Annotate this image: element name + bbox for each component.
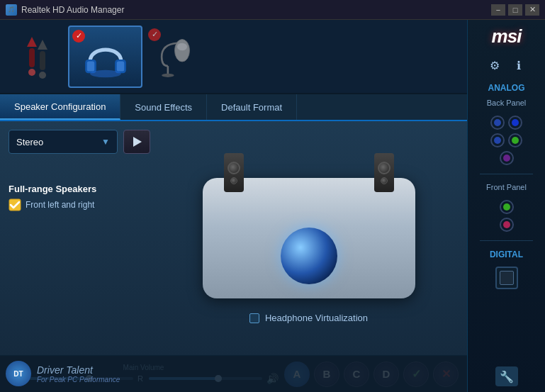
cable-body-black [40, 51, 45, 70]
info-icon[interactable]: ℹ [510, 56, 528, 74]
btn-check[interactable]: ✓ [403, 362, 429, 387]
btn-a[interactable]: A [284, 362, 310, 387]
front-left-right-label: Front left and right [26, 200, 94, 210]
rca-device-item[interactable] [9, 26, 65, 88]
front-panel-label: Front Panel [473, 183, 539, 191]
settings-icon[interactable]: ⚙ [485, 56, 504, 74]
tab-speaker-configuration[interactable]: Speaker Configuration [0, 94, 120, 120]
jack-front-inner-1 [503, 203, 510, 211]
play-icon [133, 137, 142, 147]
speaker-stage [203, 178, 415, 298]
content-area: Stereo ▼ Full-range Speakers Front [0, 121, 467, 355]
headphone-virt-label: Headphone Virtualization [265, 313, 368, 323]
speaker-cone-left [227, 162, 240, 174]
back-panel-jacks [473, 116, 539, 165]
tab-sound-effects[interactable]: Sound Effects [120, 94, 207, 120]
speaker-cone-sm-left [230, 177, 237, 184]
jack-front-2[interactable] [500, 218, 514, 232]
check-badge: ✓ [72, 30, 85, 43]
speaker-volume-icon: 🔊 [266, 373, 279, 384]
btn-d[interactable]: D [373, 362, 399, 387]
jack-inner-2b [512, 137, 519, 144]
rca-icon [28, 34, 47, 79]
sidebar-divider-1 [480, 174, 532, 174]
plug-black [39, 72, 46, 79]
svg-point-8 [162, 73, 174, 77]
volume-fill-l [20, 377, 88, 380]
arrow-black [38, 40, 47, 50]
jack-item-2[interactable] [490, 133, 522, 147]
r-label: R [137, 374, 145, 383]
title-bar-controls[interactable]: − □ ✕ [491, 4, 539, 16]
speaker-cone-right [378, 162, 391, 174]
volume-thumb-l [86, 375, 93, 382]
main-wrapper: ✓ ✓ [0, 20, 545, 392]
right-sidebar: msi ⚙ ℹ ANALOG Back Panel [467, 20, 545, 392]
digital-title: DIGITAL [473, 250, 539, 259]
jack-circle-2 [490, 133, 505, 147]
svg-point-6 [177, 43, 187, 50]
device-icons-row: ✓ ✓ [0, 20, 467, 94]
bottom-bar: Main Volume L R 🔊 A B [0, 355, 467, 392]
tabs-row: Speaker Configuration Sound Effects Defa… [0, 94, 467, 121]
btn-b[interactable]: B [314, 362, 339, 387]
headphone-virtualization-row[interactable]: Headphone Virtualization [249, 313, 368, 323]
back-panel-label: Back Panel [473, 99, 539, 107]
svg-rect-3 [116, 61, 124, 71]
volume-fill-r [149, 377, 217, 380]
window-title: Realtek HD Audio Manager [21, 5, 124, 15]
svg-point-4 [90, 69, 121, 77]
jack-circle-1b [508, 116, 522, 130]
sidebar-divider-2 [480, 240, 532, 241]
headphone-device-item[interactable]: ✓ [68, 26, 142, 88]
play-button[interactable] [123, 130, 150, 154]
sidebar-icons-row: ⚙ ℹ [485, 56, 528, 74]
jack-item-3[interactable] [500, 151, 514, 165]
wrench-button[interactable]: 🔧 [495, 366, 518, 386]
jack-front-circle-2 [500, 218, 514, 232]
btn-c[interactable]: C [344, 362, 369, 387]
mic-icon [156, 32, 198, 82]
volume-thumb-r [215, 375, 222, 382]
minimize-button[interactable]: − [491, 4, 505, 16]
jack-item-1[interactable] [490, 116, 522, 130]
checkbox-item[interactable]: Front left and right [9, 198, 150, 211]
cable-body-red [29, 48, 35, 67]
dropdown-value: Stereo [16, 137, 43, 147]
jack-circle-2b [508, 133, 522, 147]
volume-controls: L R 🔊 [9, 373, 279, 384]
jack-circle-1 [490, 116, 505, 130]
headphone-icon [81, 32, 130, 82]
headphone-virt-checkbox[interactable] [249, 313, 259, 323]
stage-orb [281, 228, 337, 284]
speaker-left-box [224, 153, 244, 192]
svg-rect-1 [86, 61, 94, 71]
chevron-down-icon: ▼ [101, 137, 110, 147]
app-icon: 🎵 [6, 4, 17, 16]
playback-buttons: A B C D ✓ ✕ [284, 362, 459, 387]
mic-device-item[interactable]: ✓ [145, 26, 209, 88]
speaker-dropdown[interactable]: Stereo ▼ [9, 130, 118, 154]
btn-cancel[interactable]: ✕ [433, 362, 459, 387]
msi-logo: msi [492, 26, 522, 47]
dropdown-row: Stereo ▼ [9, 130, 150, 154]
speaker-cone-sm-right [381, 177, 388, 184]
speaker-right-box [374, 153, 394, 192]
jack-inner-2 [494, 137, 501, 144]
volume-slider-r[interactable] [149, 377, 262, 380]
arrow-red [27, 37, 37, 47]
volume-slider-l[interactable] [20, 377, 133, 380]
rca-cable-black [38, 40, 47, 79]
close-button[interactable]: ✕ [525, 4, 539, 16]
full-range-section: Full-range Speakers Front left and right [9, 184, 150, 211]
title-bar: 🎵 Realtek HD Audio Manager − □ ✕ [0, 0, 545, 20]
volume-label: Main Volume [9, 364, 279, 371]
jack-inner-1 [494, 119, 501, 126]
maximize-button[interactable]: □ [508, 4, 522, 16]
jack-circle-3 [500, 151, 514, 165]
mic-check-badge: ✓ [148, 28, 161, 41]
jack-front-1[interactable] [500, 200, 514, 214]
digital-port-box[interactable] [495, 267, 518, 289]
plug-red [28, 69, 35, 76]
tab-default-format[interactable]: Default Format [207, 94, 297, 120]
